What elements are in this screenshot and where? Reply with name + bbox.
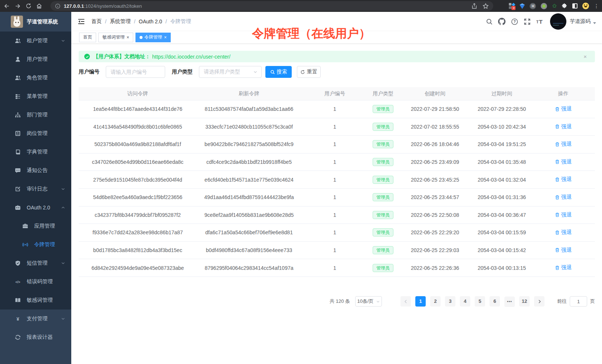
alert-close-icon[interactable]: ×	[583, 53, 587, 60]
force-logout-button[interactable]: 强退	[555, 194, 572, 201]
sidebar-item-pay-mgmt[interactable]: ¥支付管理	[0, 310, 71, 328]
page-3-button[interactable]: 3	[445, 296, 455, 307]
github-icon[interactable]	[498, 18, 506, 25]
home-icon[interactable]	[34, 1, 45, 11]
goto-page-input[interactable]	[570, 296, 587, 307]
cell-refresh: 9ce8ef2aa9f14056b831ae9b608e28d5	[197, 212, 301, 218]
sidebar-item-label: 通知公告	[27, 167, 48, 174]
prev-page-button[interactable]	[400, 296, 411, 307]
breadcrumb-item[interactable]: 首页	[91, 18, 102, 25]
search-button[interactable]: 搜索	[265, 66, 292, 78]
alert-doc-link[interactable]: https://doc.iocoder.cn/user-center/	[152, 54, 230, 60]
page-5-button[interactable]: 5	[475, 296, 485, 307]
more-pages-button[interactable]: •••	[504, 297, 515, 307]
browser-profile-avatar[interactable]	[582, 3, 589, 9]
user-type-badge: 管理员	[373, 176, 393, 184]
close-tab-icon[interactable]: ×	[127, 35, 129, 40]
page-12-button[interactable]: 12	[519, 296, 530, 307]
page-1-button[interactable]: 1	[415, 296, 426, 307]
sidebar-item-user-mgmt[interactable]: 用户管理	[0, 50, 71, 69]
ext-puzzle-icon[interactable]	[562, 3, 567, 9]
cell-access: b0d1785bc3a8482f812db4a3f3bd15ec	[79, 247, 197, 253]
sidebar-item-post-mgmt[interactable]: 岗位管理	[0, 124, 71, 143]
page-6-button[interactable]: 6	[490, 296, 500, 307]
reset-button[interactable]: 重置	[297, 66, 321, 78]
cell-user_id: 1	[301, 177, 368, 183]
chevron-down-icon[interactable]	[593, 22, 596, 24]
share-icon[interactable]	[471, 3, 477, 9]
force-logout-label: 强退	[561, 264, 572, 271]
ext-recorder-icon[interactable]	[541, 3, 547, 9]
refresh-icon	[15, 334, 21, 340]
url-bar[interactable]: 127.0.0.1:1024/system/oauth2/token	[50, 1, 493, 11]
select-chevron-icon	[253, 70, 258, 74]
table-row: 41c41346a548490f9dc8b01c6bfe0865333ecfc7…	[79, 118, 595, 136]
sidebar-item-menu-mgmt[interactable]: 菜单管理	[0, 87, 71, 106]
browser-menu-icon[interactable]: ⋮	[594, 3, 599, 9]
close-tab-icon[interactable]: ×	[164, 35, 167, 40]
forward-icon[interactable]	[12, 1, 23, 11]
broadcast-icon	[22, 242, 28, 248]
tab-home[interactable]: 首页	[79, 33, 96, 42]
sidebar-item-app-mgmt[interactable]: 应用管理	[0, 217, 71, 235]
sidebar-item-error-code-mgmt[interactable]: </>错误码管理	[0, 272, 71, 291]
sidebar-item-dict-mgmt[interactable]: 字典管理	[0, 143, 71, 161]
page-2-button[interactable]: 2	[430, 296, 441, 307]
sidebar-item-report-designer[interactable]: 报表设计器	[0, 328, 71, 347]
search-icon[interactable]	[485, 18, 493, 25]
cell-expires: 2054-03-04 00:15:42	[472, 247, 531, 253]
breadcrumb-item[interactable]: 系统管理	[110, 18, 131, 25]
ext-tabs-icon[interactable]: 9	[509, 3, 515, 9]
sidebar-item-label: 短信管理	[27, 260, 48, 267]
token-table: 访问令牌刷新令牌用户编号用户类型创建时间过期时间操作1ea5e44f8bc146…	[79, 87, 595, 277]
force-logout-button[interactable]: 强退	[555, 229, 572, 236]
sidebar-item-dept-mgmt[interactable]: 部门管理	[0, 106, 71, 124]
site-info-icon[interactable]	[55, 3, 60, 9]
force-logout-button[interactable]: 强退	[555, 123, 572, 130]
user-type-select[interactable]: 请选择用户类型	[199, 66, 262, 78]
fullscreen-icon[interactable]	[523, 18, 531, 25]
user-id-input[interactable]	[106, 66, 165, 78]
breadcrumb: 首页/系统管理/OAuth 2.0/令牌管理	[91, 18, 191, 25]
force-logout-button[interactable]: 强退	[555, 247, 572, 254]
reset-button-icon	[300, 70, 305, 75]
ext-star-icon[interactable]: ✩	[552, 3, 557, 9]
cell-created: 2022-06-25 22:26:36	[398, 265, 472, 271]
bookmark-star-icon[interactable]	[482, 3, 489, 9]
force-logout-button[interactable]: 强退	[555, 212, 572, 218]
ext-gem-icon[interactable]	[520, 5, 525, 9]
font-size-icon[interactable]: TT	[536, 18, 543, 25]
force-logout-button[interactable]: 强退	[555, 141, 572, 148]
force-logout-button[interactable]: 强退	[555, 264, 572, 271]
sidebar-item-sensitive-word-mgmt[interactable]: 敏感词管理	[0, 291, 71, 310]
help-icon[interactable]: ?	[511, 18, 518, 25]
page-4-button[interactable]: 4	[460, 296, 470, 307]
force-logout-button[interactable]: 强退	[555, 159, 572, 165]
user-avatar[interactable]	[550, 13, 566, 30]
hamburger-icon[interactable]	[77, 17, 85, 26]
ext-split-icon[interactable]	[572, 3, 578, 9]
sidebar-item-sms-mgmt[interactable]: 短信管理	[0, 254, 71, 272]
page-size-select[interactable]: 10条/页	[355, 296, 382, 307]
reload-icon[interactable]	[23, 1, 34, 11]
sidebar-item-audit-log[interactable]: 审计日志	[0, 180, 71, 198]
back-icon[interactable]	[1, 1, 12, 11]
cell-user_type: 管理员	[368, 140, 398, 148]
app-logo[interactable]: 芋道管理系统	[0, 12, 71, 32]
sidebar-item-notice-mgmt[interactable]: 通知公告	[0, 161, 71, 180]
next-page-button[interactable]	[534, 296, 544, 307]
force-logout-button[interactable]: 强退	[555, 106, 572, 112]
breadcrumb-item[interactable]: OAuth 2.0	[139, 19, 162, 24]
sidebar-item-token-mgmt[interactable]: 令牌管理	[0, 235, 71, 254]
sidebar-item-label: 租户管理	[27, 37, 48, 44]
tab-sensitive-word[interactable]: 敏感词管理×	[98, 33, 133, 42]
ext-cmd-icon[interactable]: ⌘	[530, 3, 536, 9]
sidebar-menu: 租户管理用户管理角色管理菜单管理部门管理岗位管理字典管理通知公告审计日志OAut…	[0, 32, 71, 364]
sidebar-item-role-mgmt[interactable]: 角色管理	[0, 69, 71, 87]
sidebar-item-tenant-mgmt[interactable]: 租户管理	[0, 32, 71, 50]
cell-access: 41c41346a548490f9dc8b01c6bfe0865	[79, 124, 197, 130]
user-name[interactable]: 芋道源码	[570, 18, 590, 25]
sidebar-item-oauth2[interactable]: OAuth 2.0	[0, 198, 71, 217]
force-logout-button[interactable]: 强退	[555, 176, 572, 183]
tab-token[interactable]: 令牌管理×	[135, 33, 171, 42]
